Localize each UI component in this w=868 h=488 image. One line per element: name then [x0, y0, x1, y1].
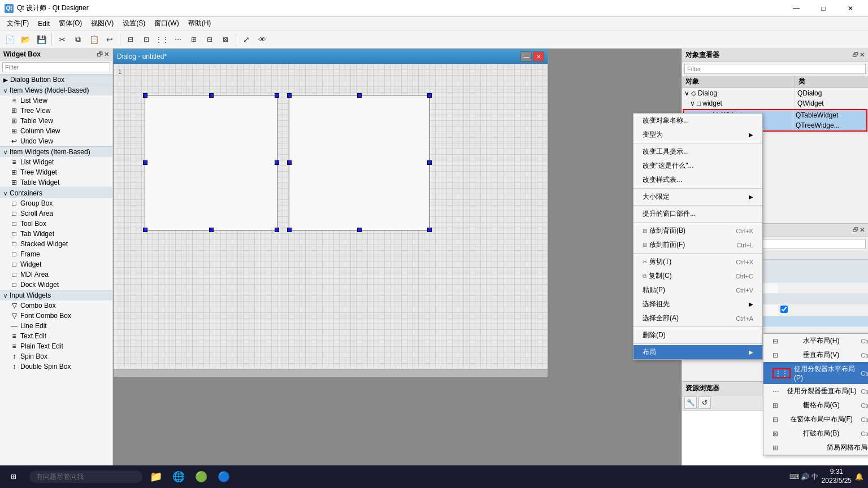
widget-box-filter[interactable]	[2, 62, 110, 72]
section-dialog-button-box[interactable]: ▶ Dialog Button Box	[0, 74, 112, 85]
handle-bl2[interactable]	[287, 228, 292, 232]
horizontal-scrollbar[interactable]	[114, 369, 548, 377]
handle-tl2[interactable]	[287, 93, 292, 98]
handle-mr2[interactable]	[427, 160, 432, 165]
handle-ml[interactable]	[143, 160, 147, 165]
obj-row-widget[interactable]: ∨ □ widget QWidget	[682, 98, 868, 108]
res-refresh-btn[interactable]: ↺	[698, 396, 711, 409]
section-containers[interactable]: ∨ Containers	[0, 188, 112, 198]
taskbar-search-input[interactable]	[29, 470, 142, 483]
toolbar-vsplit[interactable]: ⋯	[171, 32, 185, 47]
toolbar-hsplit[interactable]: ⋮⋮	[155, 32, 170, 47]
prop-undock[interactable]: 🗗	[852, 226, 858, 234]
dialog-canvas[interactable]: 1	[114, 64, 548, 369]
handle-br2[interactable]	[427, 228, 432, 232]
widget-frame[interactable]: □ Frame	[0, 249, 112, 259]
taskbar-app-green[interactable]: 🟢	[190, 465, 212, 488]
ctx-whatsthis[interactable]: 改变"这是什么"...	[633, 159, 762, 173]
layout-form[interactable]: ⊟ 在窗体布局中布局(F) Ctrl+6	[763, 412, 868, 426]
handle-tr[interactable]	[275, 93, 279, 98]
ctx-morph[interactable]: 变型为 ▶	[633, 128, 762, 142]
widget-tool-box[interactable]: □ Tool Box	[0, 219, 112, 229]
menu-help[interactable]: 帮助(H)	[184, 17, 216, 30]
handle-ml2[interactable]	[287, 160, 292, 165]
ctx-bring-front[interactable]: ⊞放到前面(F) Ctrl+L	[633, 238, 762, 252]
obj-inspector-undock[interactable]: 🗗	[852, 51, 858, 59]
widget-combo-box[interactable]: ▽ Combo Box	[0, 300, 112, 311]
minimize-button[interactable]: —	[783, 0, 809, 17]
handle-mr[interactable]	[275, 160, 279, 165]
toolbar-break[interactable]: ⊠	[218, 32, 233, 47]
maximize-button[interactable]: □	[810, 0, 836, 17]
handle-bl[interactable]	[143, 228, 147, 232]
widget-box-close[interactable]: ✕	[104, 51, 109, 58]
widget-mdi-area[interactable]: □ MDI Area	[0, 269, 112, 280]
toolbar-cut[interactable]: ✂	[55, 32, 70, 47]
dialog-close[interactable]: ✕	[533, 51, 544, 62]
section-item-widgets[interactable]: ∨ Item Widgets (Item-Based)	[0, 146, 112, 157]
menu-window[interactable]: 窗口(W)	[150, 17, 183, 30]
widget-stacked-widget[interactable]: □ Stacked Widget	[0, 239, 112, 249]
taskbar-app-files[interactable]: 📁	[145, 465, 167, 488]
menu-file[interactable]: 文件(F)	[2, 17, 33, 30]
widget-table-view[interactable]: ⊞ Table View	[0, 116, 112, 126]
toolbar-hlayout[interactable]: ⊟	[123, 32, 138, 47]
ctx-stylesheet[interactable]: 改变样式表...	[633, 173, 762, 187]
widget-dock-widget[interactable]: □ Dock Widget	[0, 280, 112, 290]
menu-view[interactable]: 视图(V)	[86, 17, 118, 30]
ctx-promote[interactable]: 提升的窗口部件...	[633, 207, 762, 221]
taskbar-app-chrome[interactable]: 🌐	[167, 465, 190, 488]
toolbar-undo[interactable]: ↩	[102, 32, 117, 47]
layout-vsplit[interactable]: ⋯ 使用分裂器垂直布局(L) Ctrl+4	[763, 384, 868, 398]
obj-inspector-close[interactable]: ✕	[860, 51, 865, 59]
handle-tr2[interactable]	[427, 93, 432, 98]
toolbar-paste[interactable]: 📋	[86, 32, 101, 47]
toolbar-vlayout[interactable]: ⊡	[139, 32, 154, 47]
ctx-size-hint[interactable]: 大小限定 ▶	[633, 190, 762, 204]
widget-tree-widget[interactable]: ⊞ Tree Widget	[0, 167, 112, 177]
toolbar-new[interactable]: 📄	[2, 32, 17, 47]
widget-spin-box[interactable]: ↕ Spin Box	[0, 351, 112, 361]
toolbar-form-layout[interactable]: ⊟	[202, 32, 217, 47]
widget-widget[interactable]: □ Widget	[0, 259, 112, 269]
canvas-widget-right[interactable]	[289, 95, 430, 230]
handle-tm2[interactable]	[357, 93, 362, 98]
ctx-tooltip[interactable]: 改变工具提示...	[633, 145, 762, 159]
widget-column-view[interactable]: ⊞ Column View	[0, 126, 112, 136]
ctx-copy[interactable]: ⧉复制(C) Ctrl+C	[633, 269, 762, 283]
dialog-minimize[interactable]: —	[520, 51, 532, 62]
ctx-select-ancestor[interactable]: 选择祖先 ▶	[633, 297, 762, 311]
handle-tm[interactable]	[209, 93, 214, 98]
widget-undo-view[interactable]: ↩ Undo View	[0, 136, 112, 146]
ctx-select-all[interactable]: 选择全部(A) Ctrl+A	[633, 311, 762, 325]
layout-horizontal[interactable]: ⊟ 水平布局(H) Ctrl+1	[763, 334, 868, 348]
obj-row-dialog[interactable]: ∨ ◇ Dialog QDialog	[682, 88, 868, 98]
toolbar-save[interactable]: 💾	[34, 32, 49, 47]
layout-vertical[interactable]: ⊡ 垂直布局(V) Ctrl+2	[763, 348, 868, 362]
widget-plain-text-edit[interactable]: ≡ Plain Text Edit	[0, 341, 112, 351]
handle-br[interactable]	[275, 228, 279, 232]
section-input-widgets[interactable]: ∨ Input Widgets	[0, 290, 112, 300]
widget-double-spin-box[interactable]: ↕ Double Spin Box	[0, 361, 112, 372]
widget-tree-view[interactable]: ⊞ Tree View	[0, 106, 112, 116]
toolbar-copy[interactable]: ⧉	[71, 32, 85, 47]
menu-form[interactable]: 窗体(O)	[54, 17, 86, 30]
notification-btn[interactable]: 🔔	[855, 473, 863, 481]
widget-box-undock[interactable]: 🗗	[97, 51, 103, 58]
layout-break[interactable]: ⊠ 打破布局(B) Ctrl+0	[763, 426, 868, 441]
widget-tab-widget[interactable]: □ Tab Widget	[0, 229, 112, 239]
toolbar-adjust[interactable]: ⤢	[239, 32, 254, 47]
handle-tl[interactable]	[143, 93, 147, 98]
layout-grid[interactable]: ⊞ 栅格布局(G) Ctrl+5	[763, 398, 868, 412]
ctx-delete[interactable]: 删除(D)	[633, 328, 762, 342]
widget-list-widget[interactable]: ≡ List Widget	[0, 157, 112, 167]
ctx-paste[interactable]: 粘贴(P) Ctrl+V	[633, 283, 762, 297]
widget-group-box[interactable]: □ Group Box	[0, 198, 112, 208]
widget-line-edit[interactable]: — Line Edit	[0, 321, 112, 331]
handle-bm[interactable]	[209, 228, 214, 232]
section-item-views[interactable]: ∨ Item Views (Model-Based)	[0, 85, 112, 95]
toolbar-preview[interactable]: 👁	[255, 32, 270, 47]
close-button[interactable]: ✕	[837, 0, 863, 17]
taskbar-app-blue[interactable]: 🔵	[212, 465, 235, 488]
ctx-layout[interactable]: 布局 ▶	[633, 345, 762, 359]
